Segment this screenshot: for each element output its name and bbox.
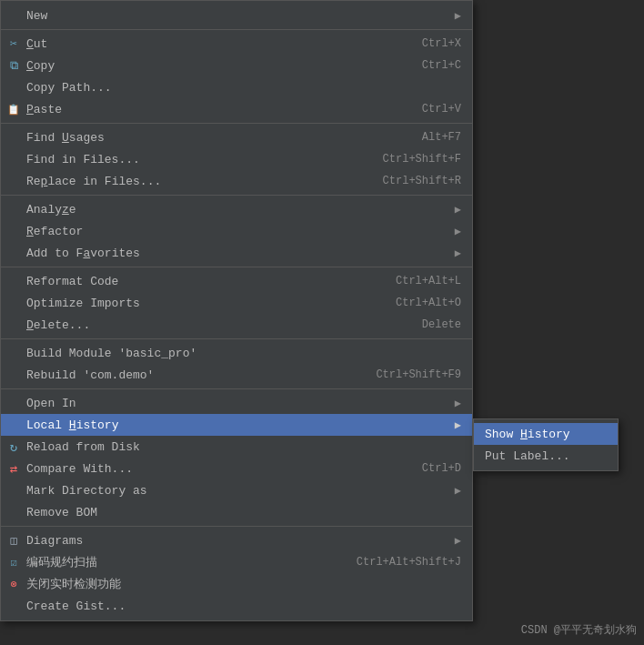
menu-item-analyze-label: Analyze [26,203,448,217]
menu-item-analyze[interactable]: Analyze ▶ [1,198,472,220]
menu-item-cut[interactable]: ✂ Cut Ctrl+X [1,33,472,55]
menu-item-rebuild-shortcut: Ctrl+Shift+F9 [376,368,461,381]
menu-item-codescan[interactable]: ☑ 编码规约扫描 Ctrl+Alt+Shift+J [1,551,472,573]
menu-item-openin[interactable]: Open In ▶ [1,392,472,414]
submenu-putlabel-label: Put Label... [485,449,570,463]
menu-item-markdirectoryas-label: Mark Directory as [26,484,448,498]
menu-item-replaceinfiles[interactable]: Replace in Files... Ctrl+Shift+R [1,170,472,192]
menu-item-findinfiles-shortcut: Ctrl+Shift+F [383,153,461,166]
menu-item-diagrams-label: Diagrams [26,534,448,548]
menu-item-closedetect[interactable]: ⊗ 关闭实时检测功能 [1,573,472,595]
menu-item-optimizeimports-label: Optimize Imports [26,297,368,310]
menu-item-reloadfromdisk-label: Reload from Disk [26,440,461,454]
separator-3 [1,195,472,196]
menu-item-new[interactable]: New ▶ [1,5,472,26]
menu-item-new-label: New [26,9,448,23]
menu-item-refactor-label: Refactor [26,225,448,238]
menu-item-localhistory-label: Local History [26,418,448,432]
menu-item-analyze-arrow: ▶ [455,203,461,217]
menu-item-reloadfromdisk[interactable]: ↻ Reload from Disk [1,436,472,458]
menu-item-creategist-label: Create Gist... [26,600,461,613]
reload-icon: ↻ [6,439,21,454]
menu-item-findusages[interactable]: Find Usages Alt+F7 [1,126,472,148]
codescan-icon: ☑ [6,555,21,569]
menu-item-delete[interactable]: Delete... Delete [1,314,472,336]
menu-item-paste[interactable]: 📋 Paste Ctrl+V [1,98,472,120]
menu-item-markdirectoryas-arrow: ▶ [455,484,461,498]
menu-item-codescan-label: 编码规约扫描 [26,554,329,570]
menu-item-openin-arrow: ▶ [455,397,461,410]
compare-icon: ⇄ [6,461,21,476]
menu-item-findinfiles-label: Find in Files... [26,153,356,166]
diagrams-icon: ◫ [6,533,21,548]
menu-item-localhistory[interactable]: Local History ▶ [1,414,472,436]
separator-4 [1,267,472,267]
menu-item-markdirectoryas[interactable]: Mark Directory as ▶ [1,479,472,501]
menu-item-copypath-label: Copy Path... [26,81,461,95]
local-history-submenu: Show History Put Label... [473,418,619,471]
menu-item-refactor-arrow: ▶ [455,225,461,238]
menu-item-codescan-shortcut: Ctrl+Alt+Shift+J [357,556,461,569]
menu-item-addtofavorites[interactable]: Add to Favorites ▶ [1,242,472,264]
menu-item-refactor[interactable]: Refactor ▶ [1,220,472,242]
menu-item-reformatcode-label: Reformat Code [26,275,368,288]
menu-item-openin-label: Open In [26,397,448,410]
menu-item-paste-shortcut: Ctrl+V [422,103,461,116]
menu-item-addtofavorites-label: Add to Favorites [26,247,448,260]
menu-item-comparewith-shortcut: Ctrl+D [422,462,461,475]
menu-item-buildmodule-label: Build Module 'basic_pro' [26,347,461,360]
menu-item-copy-label: Copy [26,59,395,73]
watermark: CSDN @平平无奇划水狗 [521,622,637,638]
separator-7 [1,526,472,527]
menu-item-optimizeimports[interactable]: Optimize Imports Ctrl+Alt+O [1,292,472,314]
menu-item-buildmodule[interactable]: Build Module 'basic_pro' [1,342,472,364]
menu-item-removebom-label: Remove BOM [26,506,461,519]
menu-item-reformatcode[interactable]: Reformat Code Ctrl+Alt+L [1,270,472,292]
separator-1 [1,29,472,30]
menu-item-creategist[interactable]: Create Gist... [1,595,472,617]
menu-item-replaceinfiles-label: Replace in Files... [26,175,356,188]
context-menu: New ▶ ✂ Cut Ctrl+X ⧉ Copy Ctrl+C Copy Pa… [0,0,473,621]
menu-item-copypath[interactable]: Copy Path... [1,76,472,98]
menu-item-diagrams-arrow: ▶ [455,534,461,548]
paste-icon: 📋 [6,102,21,116]
menu-item-cut-label: Cut [26,37,395,51]
submenu-item-showhistory[interactable]: Show History [474,423,618,445]
menu-item-removebom[interactable]: Remove BOM [1,501,472,523]
copy-icon: ⧉ [6,58,21,73]
menu-item-reformatcode-shortcut: Ctrl+Alt+L [396,275,461,287]
menu-item-rebuild[interactable]: Rebuild 'com.demo' Ctrl+Shift+F9 [1,364,472,386]
menu-item-copy-shortcut: Ctrl+C [422,59,461,72]
closedetect-icon: ⊗ [6,577,21,591]
menu-item-new-arrow: ▶ [455,9,461,23]
separator-6 [1,388,472,389]
submenu-showhistory-label: Show History [485,428,570,441]
separator-5 [1,338,472,339]
menu-item-findusages-label: Find Usages [26,131,395,145]
menu-item-localhistory-arrow: ▶ [455,418,461,432]
submenu-item-putlabel[interactable]: Put Label... [474,445,618,467]
separator-2 [1,123,472,124]
menu-item-findinfiles[interactable]: Find in Files... Ctrl+Shift+F [1,148,472,170]
cut-icon: ✂ [6,36,21,51]
menu-item-comparewith-label: Compare With... [26,462,395,476]
menu-item-paste-label: Paste [26,103,395,116]
menu-item-closedetect-label: 关闭实时检测功能 [26,576,461,592]
menu-item-delete-shortcut: Delete [422,318,461,331]
menu-item-diagrams[interactable]: ◫ Diagrams ▶ [1,529,472,551]
menu-item-findusages-shortcut: Alt+F7 [422,131,461,144]
menu-item-optimizeimports-shortcut: Ctrl+Alt+O [396,297,461,309]
menu-item-rebuild-label: Rebuild 'com.demo' [26,368,348,382]
menu-item-addtofavorites-arrow: ▶ [455,247,461,260]
menu-item-replaceinfiles-shortcut: Ctrl+Shift+R [383,175,461,187]
menu-item-copy[interactable]: ⧉ Copy Ctrl+C [1,55,472,76]
menu-item-delete-label: Delete... [26,318,395,332]
menu-item-comparewith[interactable]: ⇄ Compare With... Ctrl+D [1,458,472,479]
menu-item-cut-shortcut: Ctrl+X [422,37,461,50]
